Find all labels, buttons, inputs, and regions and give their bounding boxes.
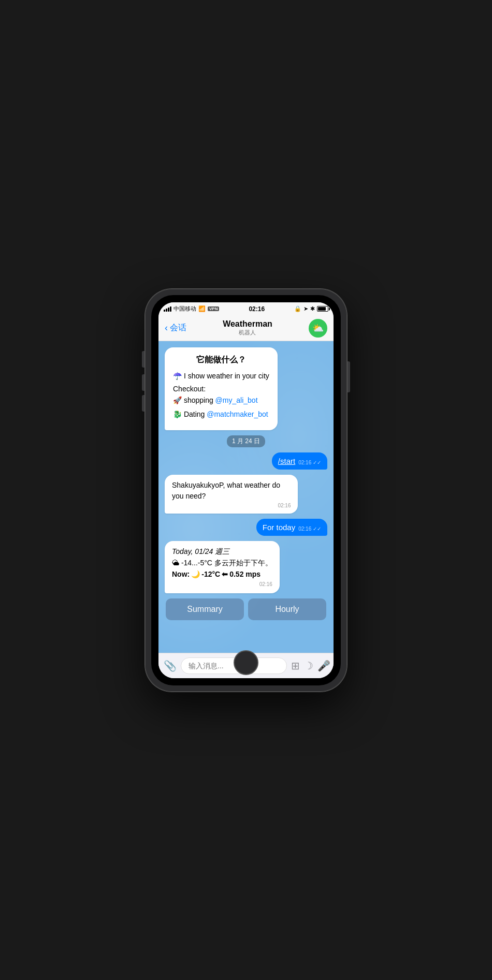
user-message-today: For today 02:16 ✓✓ (256, 519, 327, 536)
dating-text: 🐉 Dating (173, 410, 205, 418)
moon-icon[interactable]: ☽ (304, 660, 313, 672)
user-msg1-time: 02:16 ✓✓ (298, 460, 321, 465)
nav-center: Weatherman 机器人 (223, 319, 272, 337)
weather-now-temp: -12°C (201, 570, 220, 578)
shopping-link[interactable]: @my_ali_bot (215, 396, 258, 404)
weather-wind-arrow: ⬅ (222, 570, 228, 578)
user-msg2-time: 02:16 ✓✓ (298, 526, 321, 532)
checkout-section: Checkout: 🚀 shopping @my_ali_bot 🐉 Datin… (173, 385, 269, 420)
date-divider: 1 月 24 日 (227, 435, 265, 447)
back-label: 会话 (170, 323, 186, 333)
action-buttons: Summary Hourly (165, 598, 327, 620)
signal-icon (164, 306, 171, 312)
location-icon: ➤ (303, 305, 308, 312)
summary-button[interactable]: Summary (166, 598, 244, 620)
user-msg1-text: /start (278, 457, 295, 465)
checkout-shopping: 🚀 shopping @my_ali_bot (173, 395, 269, 406)
vpn-badge: VPN (208, 306, 219, 311)
weather-date: Today, 01/24 週三 (172, 547, 272, 557)
tick2-icon: ✓✓ (313, 526, 321, 532)
back-button[interactable]: ‹ 会话 (165, 323, 186, 333)
carrier-label: 中国移动 (173, 305, 196, 313)
checkout-dating: 🐉 Dating @matchmaker_bot (173, 409, 269, 420)
status-bar: 中国移动 📶 VPN 02:16 🔒 ➤ ✱ (158, 302, 334, 316)
home-button[interactable] (234, 650, 258, 675)
hourly-button[interactable]: Hourly (248, 598, 326, 620)
dating-link[interactable]: @matchmaker_bot (207, 410, 268, 418)
weather-now-label: Now: (172, 570, 190, 578)
weather-now: Now: 🌙 -12°C ⬅ 0.52 mps (172, 570, 272, 578)
weather-bubble: Today, 01/24 週三 🌥 -14...-5°C 多云开始于下午。 No… (165, 541, 280, 593)
bluetooth-icon: ✱ (310, 305, 315, 312)
bot-reply1-text: ShakuyakukyoP, what weather do you need? (172, 480, 291, 502)
clock: 02:16 (249, 305, 265, 313)
tick-icon: ✓✓ (313, 460, 321, 465)
bot-reply1-time: 02:16 (172, 503, 291, 508)
weather-footer: 02:16 (172, 580, 272, 587)
phone-inner: 中国移动 📶 VPN 02:16 🔒 ➤ ✱ ‹ 会话 (151, 295, 341, 685)
chat-area: 它能做什么？ ☂️ I show weather in your city Ch… (158, 341, 334, 653)
chat-title: Weatherman (223, 319, 272, 329)
user-message-start: /start 02:16 ✓✓ (272, 452, 327, 470)
battery-fill (318, 307, 326, 311)
phone-frame: 中国移动 📶 VPN 02:16 🔒 ➤ ✱ ‹ 会话 (145, 289, 347, 692)
welcome-line1: ☂️ I show weather in your city (173, 371, 269, 382)
welcome-title: 它能做什么？ (173, 355, 269, 365)
battery-icon (317, 306, 328, 312)
attach-icon[interactable]: 📎 (164, 660, 177, 672)
wifi-icon: 📶 (198, 305, 206, 312)
screen: 中国移动 📶 VPN 02:16 🔒 ➤ ✱ ‹ 会话 (158, 302, 334, 678)
checkout-label: Checkout: (173, 385, 269, 393)
avatar-icon: ⛅ (312, 323, 324, 334)
weather-time: 02:16 (259, 581, 272, 587)
shopping-text: 🚀 shopping (173, 396, 213, 404)
weather-wind-speed: 0.52 mps (229, 570, 261, 578)
chevron-left-icon: ‹ (165, 323, 168, 333)
bot-reply1-bubble: ShakuyakukyoP, what weather do you need?… (165, 475, 298, 514)
bot-avatar[interactable]: ⛅ (309, 319, 327, 338)
user-msg2-text: For today (263, 523, 295, 532)
welcome-bubble: 它能做什么？ ☂️ I show weather in your city Ch… (165, 347, 278, 430)
emoji-icon[interactable]: ⊞ (291, 660, 300, 672)
lock-icon: 🔒 (294, 305, 301, 312)
chat-subtitle: 机器人 (223, 329, 272, 337)
weather-temp: 🌥 -14...-5°C 多云开始于下午。 (172, 559, 272, 568)
weather-now-emoji: 🌙 (191, 570, 200, 578)
mic-icon[interactable]: 🎤 (317, 660, 330, 672)
status-right: 🔒 ➤ ✱ (294, 305, 328, 312)
nav-bar: ‹ 会话 Weatherman 机器人 ⛅ (158, 316, 334, 341)
status-left: 中国移动 📶 VPN (164, 305, 219, 313)
